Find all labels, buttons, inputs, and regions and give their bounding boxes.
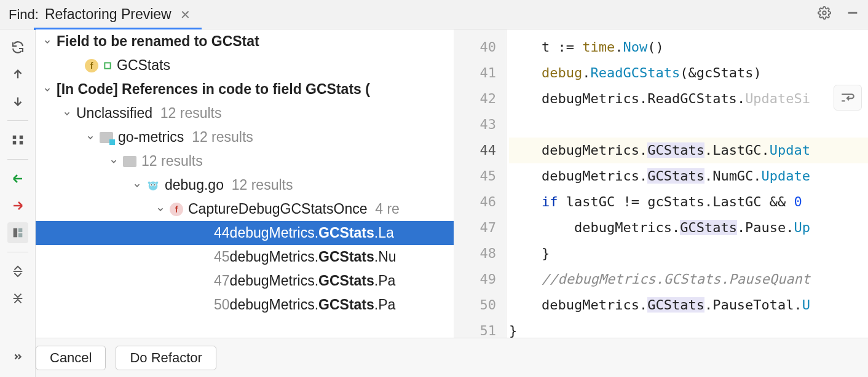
line-number: 48 — [454, 241, 506, 266]
usage-row[interactable]: 47 debugMetrics.GCStats.Pa — [36, 269, 454, 293]
code-line: } — [509, 241, 868, 266]
usage-match: GCStats — [318, 297, 374, 313]
code-line: debugMetrics.GCStats.NumGC.Update — [509, 163, 868, 189]
usage-suffix: .La — [374, 225, 394, 241]
folder-icon — [123, 156, 136, 167]
usage-suffix: .Pa — [374, 273, 396, 289]
cancel-button[interactable]: Cancel — [36, 346, 106, 370]
usage-suffix: .Nu — [374, 249, 397, 265]
code-line — [509, 112, 868, 138]
code-line: debug.ReadGCStats(&gcStats) — [509, 60, 868, 86]
func-name: CaptureDebugGCStatsOnce — [188, 201, 368, 217]
line-number: 42 — [454, 86, 506, 112]
tree-unclassified[interactable]: Unclassified 12 results — [36, 101, 454, 125]
svg-point-12 — [151, 184, 152, 185]
result-count: 4 re — [375, 201, 400, 217]
tool-rail — [0, 29, 36, 338]
code-line: debugMetrics.GCStats.PauseTotal.U — [509, 292, 868, 318]
file-name: debug.go — [165, 177, 224, 193]
svg-point-13 — [154, 184, 156, 185]
exclude-icon[interactable] — [7, 195, 28, 216]
top-bar: Find: Refactoring Preview ✕ — [0, 0, 868, 29]
svg-rect-3 — [19, 136, 23, 139]
tree-module[interactable]: go-metrics 12 results — [36, 125, 454, 149]
usage-suffix: .Pa — [374, 297, 396, 313]
tree-file[interactable]: debug.go 12 results — [36, 173, 454, 197]
line-number: 47 — [454, 215, 506, 241]
field-icon: f — [85, 59, 98, 72]
tab-title: Refactoring Preview — [45, 6, 172, 23]
usage-prefix: debugMetrics. — [230, 225, 318, 241]
chevron-down-icon[interactable] — [85, 132, 96, 143]
unclassified-label: Unclassified — [76, 105, 152, 122]
find-label: Find: — [9, 7, 39, 23]
chevron-down-icon[interactable] — [42, 36, 53, 47]
close-icon[interactable]: ✕ — [180, 7, 191, 22]
line-number: 51 — [454, 318, 506, 338]
usage-line-number: 45 — [214, 249, 230, 265]
usage-row[interactable]: 45 debugMetrics.GCStats.Nu — [36, 245, 454, 269]
root-label-target: GCStat — [211, 33, 259, 49]
expand-all-icon[interactable] — [7, 261, 28, 282]
tree-coderefs[interactable]: [In Code] References in code to field GC… — [36, 77, 454, 101]
include-icon[interactable] — [7, 168, 28, 189]
target-icon — [102, 60, 113, 71]
soft-wrap-icon[interactable] — [834, 85, 862, 111]
svg-point-14 — [148, 181, 151, 184]
gear-icon[interactable] — [818, 6, 831, 23]
usage-line-number: 50 — [214, 297, 230, 313]
footer-bar: Cancel Do Refactor — [0, 338, 868, 377]
tree-func[interactable]: f CaptureDebugGCStatsOnce 4 re — [36, 197, 454, 221]
usage-row[interactable]: 44 debugMetrics.GCStats.La — [36, 221, 454, 245]
chevron-down-icon[interactable] — [108, 156, 119, 167]
svg-rect-2 — [12, 136, 16, 139]
preview-icon[interactable] — [7, 222, 28, 243]
code-line: debugMetrics.GCStats.Pause.Up — [509, 215, 868, 241]
chevron-down-icon[interactable] — [42, 84, 53, 95]
code-preview: 404142434445464748495051 t := time.Now()… — [454, 29, 868, 338]
tab-refactoring-preview[interactable]: Refactoring Preview ✕ — [39, 0, 197, 29]
result-count: 12 results — [141, 153, 203, 169]
rerun-icon[interactable] — [7, 37, 28, 58]
usage-line-number: 47 — [214, 273, 230, 289]
usage-row[interactable]: 50 debugMetrics.GCStats.Pa — [36, 293, 454, 317]
usage-grouping-icon[interactable] — [7, 130, 28, 150]
line-number: 44 — [454, 138, 506, 163]
chevron-down-icon[interactable] — [132, 180, 143, 191]
line-number: 40 — [454, 34, 506, 60]
line-number: 50 — [454, 292, 506, 318]
result-count: 12 results — [192, 129, 253, 146]
coderefs-label: [In Code] References in code to field GC… — [57, 81, 370, 98]
line-number: 45 — [454, 163, 506, 189]
usage-line-number: 44 — [214, 225, 230, 241]
tree-pane: Field to be renamed to GCStat f GCStats … — [36, 29, 454, 338]
go-file-icon — [146, 179, 160, 192]
svg-rect-4 — [12, 141, 16, 145]
usage-match: GCStats — [318, 273, 374, 289]
tree-dir[interactable]: 12 results — [36, 149, 454, 173]
collapse-all-icon[interactable] — [7, 288, 28, 309]
code-line: //debugMetrics.GCStats.PauseQuant — [509, 266, 868, 292]
usage-match: GCStats — [318, 225, 374, 241]
code-line: debugMetrics.ReadGCStats.UpdateSi — [509, 86, 868, 112]
module-name: go-metrics — [118, 129, 184, 146]
svg-point-0 — [823, 11, 826, 15]
more-icon[interactable] — [0, 338, 36, 377]
tree-field-name: GCStats — [117, 57, 170, 74]
chevron-down-icon[interactable] — [61, 108, 73, 119]
minimize-icon[interactable] — [846, 6, 859, 23]
chevron-down-icon[interactable] — [155, 204, 166, 215]
tree-root[interactable]: Field to be renamed to GCStat — [36, 29, 454, 53]
code-line: t := time.Now() — [509, 34, 868, 60]
tree-field[interactable]: f GCStats — [36, 53, 454, 77]
svg-rect-8 — [105, 63, 110, 68]
svg-rect-5 — [19, 141, 23, 145]
usage-prefix: debugMetrics. — [230, 249, 318, 265]
prev-icon[interactable] — [7, 64, 28, 85]
do-refactor-button[interactable]: Do Refactor — [116, 346, 216, 370]
line-number: 43 — [454, 112, 506, 138]
gutter: 404142434445464748495051 — [454, 29, 507, 338]
root-label-pre: Field to be renamed to — [57, 33, 211, 49]
next-icon[interactable] — [7, 91, 28, 112]
code: t := time.Now() debug.ReadGCStats(&gcSta… — [507, 29, 868, 338]
